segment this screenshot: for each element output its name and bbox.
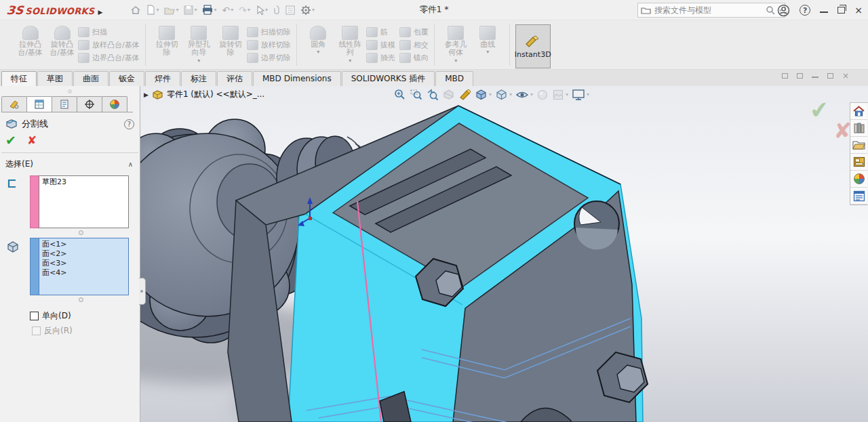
dropdown-icon[interactable]: ▾ [349, 58, 351, 64]
doc-close-icon[interactable]: × [842, 72, 849, 80]
revolved-cut-button[interactable]: 旋转切除 [215, 24, 247, 58]
user-account-icon[interactable] [777, 4, 790, 17]
hole-wizard-button[interactable]: 异型孔向导▾ [183, 24, 215, 64]
hide-show-items-icon[interactable]: ▾ [515, 88, 534, 102]
search-input[interactable]: 搜索文件与模型 [654, 5, 762, 16]
tab-mbd[interactable]: MBD [435, 71, 473, 86]
configuration-manager-tab[interactable] [52, 96, 77, 112]
tab-evaluate[interactable]: 评估 [217, 71, 252, 86]
face-selection-listbox[interactable]: 面<1> 面<2> 面<3> 面<4> [39, 238, 129, 295]
mirror-button[interactable]: 镜向 [399, 52, 429, 64]
instant3d-button[interactable]: Instant3D [515, 24, 551, 68]
fillet-button[interactable]: 圆角▾ [302, 24, 334, 55]
tab-sheet-metal[interactable]: 钣金 [109, 71, 144, 86]
annotation-views-icon[interactable] [458, 87, 472, 102]
lofted-boss-button[interactable]: 放样凸台/基体 [78, 39, 140, 51]
feature-tree-tab[interactable] [1, 96, 27, 112]
tab-surfaces[interactable]: 曲面 [73, 71, 108, 86]
tab-mbd-dimensions[interactable]: MBD Dimensions [253, 71, 341, 86]
reference-geometry-button[interactable]: 参考几何体▾ [440, 24, 472, 64]
dropdown-icon[interactable]: ▾ [197, 58, 200, 64]
pm-ok-button[interactable]: ✔ [5, 134, 16, 147]
view-settings-icon[interactable]: ▾ [571, 88, 590, 102]
save-icon[interactable]: ▾ [182, 2, 199, 18]
doc-restore-icon[interactable] [827, 73, 833, 79]
attachment-icon[interactable] [271, 2, 282, 18]
linear-pattern-button[interactable]: 线性阵列▾ [334, 24, 366, 64]
boundary-boss-button[interactable]: 边界凸台/基体 [78, 52, 140, 64]
logo-flyout-arrow[interactable]: ▶ [98, 9, 103, 16]
confirmation-ok-button[interactable]: ✔ [808, 98, 830, 123]
doc-cascade-icon[interactable] [797, 73, 803, 79]
rib-button[interactable]: 筋 [366, 26, 395, 38]
restore-icon[interactable] [837, 7, 845, 14]
wrap-button[interactable]: 包覆 [399, 26, 429, 38]
dropdown-icon[interactable]: ▾ [317, 49, 319, 55]
custom-properties-icon[interactable] [850, 188, 867, 205]
zoom-fit-icon[interactable] [393, 87, 407, 102]
confirmation-cancel-button[interactable]: ✘ [833, 120, 852, 142]
shell-button[interactable]: 抽壳 [366, 52, 395, 64]
extruded-cut-button[interactable]: 拉伸切除 [151, 24, 183, 58]
boundary-cut-button[interactable]: 边界切除 [247, 52, 291, 64]
pm-cancel-button[interactable]: ✘ [27, 135, 37, 146]
tab-solidworks-addins[interactable]: SOLIDWORKS 插件 [342, 71, 435, 86]
options-gear-icon[interactable]: ▾ [298, 2, 317, 18]
view-orientation-icon[interactable]: ▾ [474, 87, 492, 102]
list-item[interactable]: 面<2> [42, 249, 125, 259]
dropdown-icon[interactable]: ▾ [454, 58, 457, 64]
graphics-viewport[interactable]: ▶ 零件1 (默认) <<默认>_... ▾ ▾ ▾ ▾ ▾ ✔ ✘ [140, 86, 868, 422]
model-canvas[interactable] [140, 86, 868, 422]
sketch-selection-listbox[interactable]: 草图23 [39, 175, 129, 228]
doc-maximize-icon[interactable] [782, 73, 788, 79]
panel-splitter-handle[interactable] [139, 278, 146, 305]
open-icon[interactable]: ▾ [162, 2, 180, 18]
swept-boss-button[interactable]: 扫描 [78, 26, 140, 38]
home-icon[interactable] [850, 103, 867, 120]
intersect-button[interactable]: 相交 [399, 39, 429, 51]
panel-resize-dimple[interactable] [68, 89, 72, 93]
single-direction-checkbox-row[interactable]: 单向(D) [30, 310, 140, 322]
revolved-boss-button[interactable]: 旋转凸台/基体 [46, 24, 78, 58]
tree-expand-icon[interactable]: ▶ [144, 91, 149, 98]
tree-root-label[interactable]: 零件1 (默认) <<默认>_... [167, 89, 264, 100]
display-style-icon[interactable]: ▾ [494, 87, 513, 102]
list-item[interactable]: 面<4> [42, 268, 125, 278]
search-icon[interactable] [766, 5, 775, 15]
property-manager-tab[interactable] [26, 96, 52, 112]
help-icon[interactable]: ? [800, 5, 810, 16]
previous-view-icon[interactable] [425, 87, 439, 102]
task-list-icon[interactable] [283, 2, 297, 18]
lofted-cut-button[interactable]: 放样切除 [247, 39, 291, 51]
new-document-icon[interactable]: ▾ [144, 2, 161, 18]
dropdown-icon[interactable]: ▾ [486, 49, 489, 55]
selection-group-header[interactable]: 选择(E) ∧ [0, 153, 140, 173]
single-direction-checkbox[interactable] [30, 312, 39, 320]
listbox-resize-handle[interactable] [79, 230, 83, 235]
view-palette-icon[interactable] [850, 154, 867, 171]
home-icon[interactable] [128, 2, 143, 18]
zoom-area-icon[interactable] [409, 87, 423, 102]
curves-button[interactable]: 曲线▾ [472, 24, 504, 55]
list-item[interactable]: 面<3> [42, 259, 125, 268]
listbox-resize-handle[interactable] [79, 297, 83, 302]
extruded-boss-button[interactable]: 拉伸凸台/基体 [14, 24, 46, 58]
print-icon[interactable]: ▾ [200, 2, 218, 18]
list-item[interactable]: 草图23 [42, 177, 125, 187]
model-circular-hole[interactable] [574, 201, 619, 250]
list-item[interactable]: 面<1> [42, 240, 125, 249]
dimxpert-manager-tab[interactable] [77, 96, 102, 112]
file-explorer-icon[interactable] [850, 137, 867, 154]
feature-tree-flyout[interactable]: ▶ 零件1 (默认) <<默认>_... [144, 89, 264, 100]
chevron-up-icon[interactable]: ∧ [128, 161, 133, 168]
draft-button[interactable]: 拔模 [366, 39, 395, 51]
tab-weldments[interactable]: 焊件 [145, 71, 180, 86]
tab-annotations[interactable]: 标注 [181, 71, 216, 86]
redo-icon[interactable]: ↷▾ [237, 2, 252, 18]
select-arrow-icon[interactable]: ▾ [254, 2, 270, 18]
section-view-icon[interactable] [441, 87, 456, 102]
search-box[interactable]: 搜索文件与模型 ▾ [637, 3, 785, 18]
undo-icon[interactable]: ↶▾ [220, 2, 235, 18]
minimize-icon[interactable] [820, 7, 828, 13]
tab-features[interactable]: 特征 [1, 71, 37, 86]
